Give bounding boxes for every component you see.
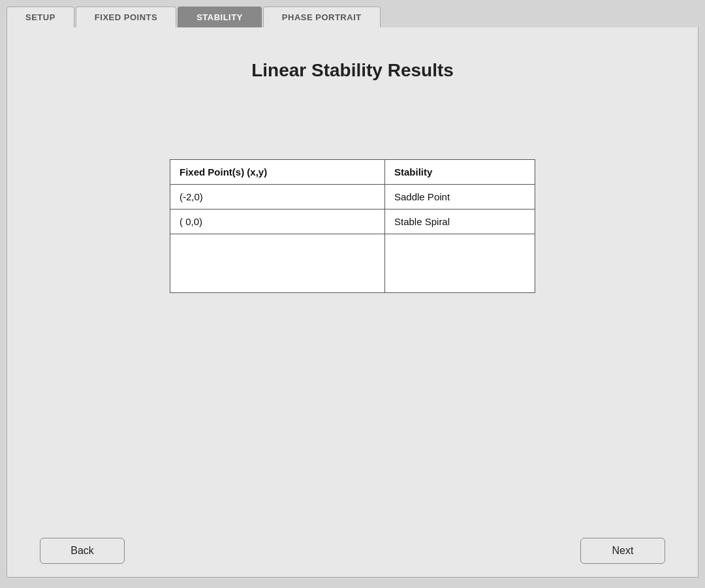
table-row: ( 0,0) Stable Spiral (170, 209, 535, 234)
page-title: Linear Stability Results (251, 60, 454, 81)
next-button[interactable]: Next (580, 538, 665, 564)
main-content: Linear Stability Results Fixed Point(s) … (7, 27, 698, 578)
stability-cell: Stable Spiral (385, 209, 535, 234)
tab-bar: SETUP FIXED POINTS STABILITY PHASE PORTR… (0, 0, 705, 27)
table-row: (-2,0) Saddle Point (170, 185, 535, 209)
col-header-stability: Stability (385, 160, 535, 185)
stability-cell: Saddle Point (385, 185, 535, 209)
point-cell: (-2,0) (170, 185, 385, 209)
stability-cell-empty (385, 234, 535, 293)
back-button[interactable]: Back (40, 538, 125, 564)
table-row-empty (170, 234, 535, 293)
tab-phase-portrait[interactable]: PHASE PORTRAIT (263, 7, 381, 27)
tab-stability[interactable]: STABILITY (178, 7, 262, 27)
tab-setup[interactable]: SETUP (7, 7, 74, 27)
bottom-bar: Back Next (7, 538, 698, 564)
table-container: Fixed Point(s) (x,y) Stability (-2,0) Sa… (170, 159, 535, 293)
point-cell-empty (170, 234, 385, 293)
tab-fixed-points[interactable]: FIXED POINTS (76, 7, 176, 27)
stability-table: Fixed Point(s) (x,y) Stability (-2,0) Sa… (170, 159, 535, 293)
col-header-point: Fixed Point(s) (x,y) (170, 160, 385, 185)
point-cell: ( 0,0) (170, 209, 385, 234)
